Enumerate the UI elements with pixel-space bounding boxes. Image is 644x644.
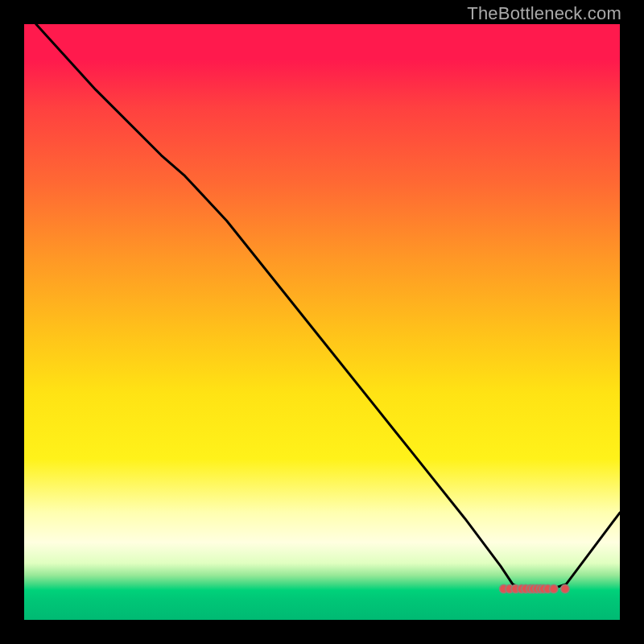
chart-container: TheBottleneck.com bbox=[0, 0, 644, 644]
watermark-text: TheBottleneck.com bbox=[467, 3, 621, 24]
optimal-marker bbox=[550, 584, 558, 592]
line-series bbox=[36, 24, 620, 590]
optimal-marker bbox=[561, 584, 569, 592]
series-line bbox=[36, 24, 620, 590]
chart-overlay bbox=[24, 24, 620, 620]
